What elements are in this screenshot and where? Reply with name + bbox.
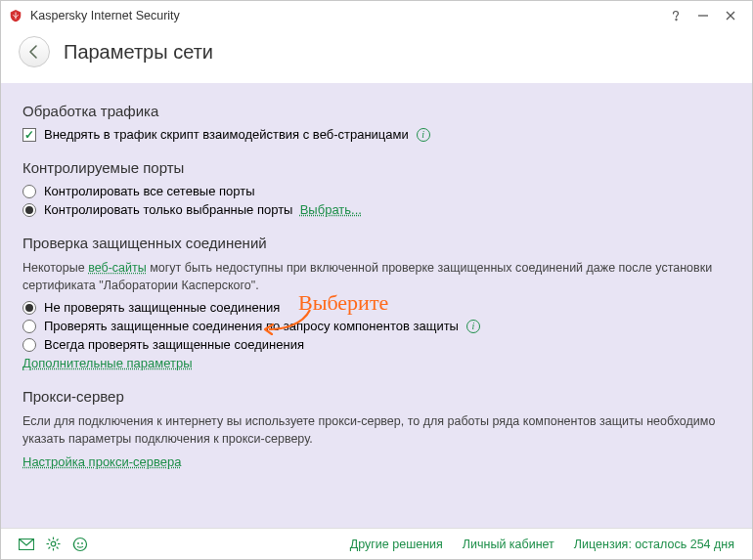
footer-other-link[interactable]: Другие решения — [350, 538, 443, 551]
svg-line-11 — [57, 547, 59, 549]
back-button[interactable] — [19, 36, 50, 67]
ports-all-label: Контролировать все сетевые порты — [44, 184, 255, 198]
info-icon[interactable]: i — [466, 320, 480, 333]
arrow-left-icon — [26, 44, 42, 60]
section-ssl-title: Проверка защищенных соединений — [22, 235, 731, 251]
app-window: Kaspersky Internet Security Параметры се… — [0, 0, 753, 560]
close-button[interactable] — [717, 2, 744, 29]
section-ports-title: Контролируемые порты — [22, 159, 731, 176]
ports-selected-radio[interactable]: Контролировать только выбранные порты Вы… — [22, 202, 731, 217]
content-area: Обработка трафика Внедрять в трафик скри… — [1, 83, 752, 528]
ssl-description: Некоторые веб-сайты могут быть недоступн… — [22, 259, 731, 294]
annotation-arrow-icon — [263, 308, 312, 335]
footer-license-link[interactable]: Лицензия: осталось 254 дня — [574, 538, 734, 551]
section-proxy-title: Прокси-сервер — [22, 388, 731, 405]
section-traffic-title: Обработка трафика — [22, 103, 731, 119]
header: Параметры сети — [1, 30, 752, 83]
ssl-ondemand-label: Проверять защищенные соединения по запро… — [44, 319, 459, 333]
radio-icon — [22, 338, 36, 352]
radio-icon — [22, 320, 36, 333]
svg-point-14 — [74, 538, 87, 550]
radio-icon — [22, 185, 36, 198]
help-button[interactable] — [662, 2, 689, 29]
radio-icon — [22, 203, 36, 217]
app-title: Kaspersky Internet Security — [30, 9, 180, 22]
svg-line-13 — [49, 547, 51, 549]
ports-all-radio[interactable]: Контролировать все сетевые порты — [22, 184, 731, 198]
ssl-extra-link[interactable]: Дополнительные параметры — [22, 356, 193, 370]
inject-script-checkbox-row[interactable]: Внедрять в трафик скрипт взаимодействия … — [22, 127, 731, 142]
svg-line-10 — [49, 539, 51, 541]
app-logo-icon — [9, 9, 22, 22]
proxy-description: Если для подключения к интернету вы испо… — [22, 412, 731, 448]
ssl-always-label: Всегда проверять защищенные соединения — [44, 337, 304, 352]
ssl-none-label: Не проверять защищенные соединения — [44, 300, 280, 315]
ssl-ondemand-radio[interactable]: Проверять защищенные соединения по запро… — [22, 319, 731, 333]
page-title: Параметры сети — [64, 41, 213, 64]
support-icon[interactable] — [72, 537, 88, 552]
svg-point-5 — [51, 541, 56, 546]
svg-point-15 — [77, 542, 79, 544]
footer: Другие решения Личный кабинет Лицензия: … — [1, 528, 752, 559]
svg-point-0 — [676, 19, 678, 21]
svg-line-12 — [57, 539, 59, 541]
ports-selected-label: Контролировать только выбранные порты — [44, 202, 292, 217]
inject-script-label: Внедрять в трафик скрипт взаимодействия … — [44, 127, 409, 142]
checkbox-icon — [22, 128, 36, 142]
ports-select-link[interactable]: Выбрать... — [300, 202, 362, 217]
proxy-settings-link[interactable]: Настройка прокси-сервера — [22, 454, 181, 469]
svg-point-16 — [81, 542, 83, 544]
minimize-button[interactable] — [689, 2, 717, 29]
ssl-always-radio[interactable]: Всегда проверять защищенные соединения — [22, 337, 731, 352]
ssl-websites-link[interactable]: веб-сайты — [88, 261, 147, 275]
info-icon[interactable]: i — [417, 128, 430, 142]
ssl-desc-prefix: Некоторые — [22, 261, 88, 275]
gear-icon[interactable] — [46, 537, 61, 551]
footer-account-link[interactable]: Личный кабинет — [463, 538, 554, 551]
titlebar: Kaspersky Internet Security — [1, 1, 752, 30]
radio-icon — [22, 301, 36, 315]
mail-icon[interactable] — [19, 538, 34, 550]
